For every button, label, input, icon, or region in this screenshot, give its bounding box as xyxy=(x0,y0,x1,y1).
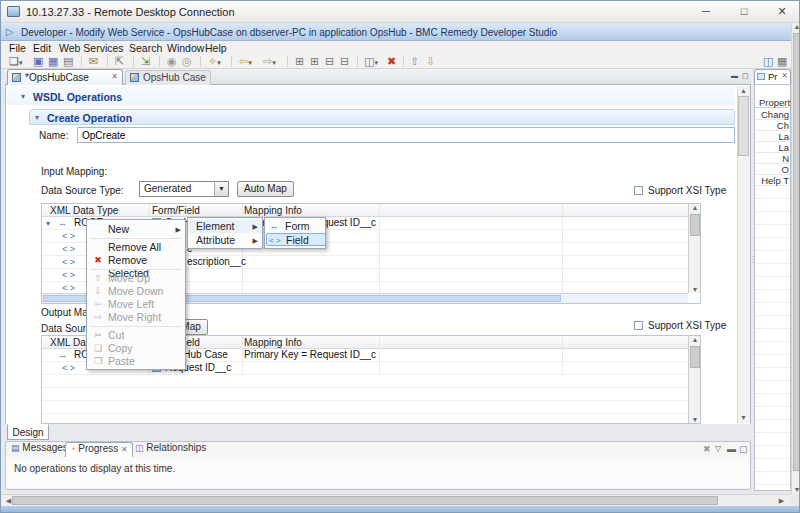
wsdl-twistie-icon[interactable]: ▾ xyxy=(21,92,25,101)
design-view-tab[interactable]: Design xyxy=(7,424,49,440)
scroll-down-icon[interactable]: ▼ xyxy=(689,416,701,423)
save-all-icon[interactable]: ▦ xyxy=(48,55,58,67)
property-row[interactable]: Ch xyxy=(755,120,789,131)
close-button[interactable]: ✕ xyxy=(763,1,800,22)
close-tab-icon[interactable]: ✕ xyxy=(781,71,788,80)
table-vertical-scrollbar[interactable]: ▲ ▼ xyxy=(688,204,700,293)
col-mapping-info[interactable]: Mapping Info xyxy=(244,337,302,348)
maximize-button[interactable]: □ xyxy=(725,1,763,22)
scroll-up-icon[interactable]: ▲ xyxy=(689,336,701,343)
tab-opshub-case[interactable]: OpsHub Case xyxy=(125,70,211,85)
menu-edit[interactable]: Edit xyxy=(33,42,51,54)
scroll-thumb[interactable] xyxy=(793,33,800,471)
table-vertical-scrollbar[interactable]: ▲ ▼ xyxy=(688,336,700,423)
tab-messages[interactable]: ▤ Messages xyxy=(11,442,68,457)
field-icon: < > xyxy=(62,363,75,373)
menu-item-element[interactable]: Element▶ xyxy=(188,220,262,233)
col-mapping-info[interactable]: Mapping Info xyxy=(244,205,302,216)
output-xsi-checkbox[interactable] xyxy=(634,321,643,330)
scroll-down-icon[interactable]: ▼ xyxy=(689,286,701,293)
web-service-icon[interactable]: ◫▾ xyxy=(364,55,378,69)
expand-all-icon[interactable]: ⊞ xyxy=(295,55,304,67)
expand-icon[interactable]: ⊞ xyxy=(310,55,319,67)
tab-properties[interactable]: Pr ✕ xyxy=(754,69,791,84)
maximize-pane-icon[interactable]: ▢ xyxy=(742,72,749,80)
property-row[interactable]: Help T xyxy=(755,175,789,186)
property-row[interactable]: Chang xyxy=(755,109,789,120)
chevron-down-icon[interactable]: ▼ xyxy=(214,182,228,196)
create-operation-bar[interactable] xyxy=(29,109,735,125)
move-up-toolbar-icon[interactable]: ⇧ xyxy=(410,55,419,67)
input-ds-combo[interactable]: Generated ▼ xyxy=(139,181,229,197)
scroll-down-icon[interactable]: ▼ xyxy=(737,414,750,421)
export-icon[interactable]: ⇱ xyxy=(115,55,124,67)
debug-icon[interactable]: ✧▾ xyxy=(208,55,221,69)
menu-item-field[interactable]: < > Field xyxy=(266,233,326,246)
menu-item-form[interactable]: ↔ Form xyxy=(265,220,325,233)
scroll-thumb[interactable] xyxy=(690,346,700,368)
tab-relationships[interactable]: ◫ Relationships xyxy=(135,442,206,457)
perspective-icon[interactable]: ▦ xyxy=(777,55,787,67)
menu-item-attribute[interactable]: Attribute▶ xyxy=(188,234,262,247)
property-row[interactable]: La xyxy=(755,142,789,153)
menu-item-move-left[interactable]: ⇦ Move Left xyxy=(87,298,185,311)
scroll-thumb[interactable] xyxy=(690,214,700,236)
menu-item-move-down[interactable]: ⇩ Move Down xyxy=(87,285,185,298)
input-xsi-checkbox[interactable] xyxy=(634,186,643,195)
clear-completed-icon[interactable]: ✖ xyxy=(703,444,711,454)
menu-item-paste[interactable]: ❒ Paste xyxy=(87,355,185,368)
scroll-up-icon[interactable]: ▲ xyxy=(737,87,750,94)
delete-icon[interactable]: ✖ xyxy=(387,55,396,67)
save-icon[interactable]: ▣ xyxy=(33,55,43,67)
minimize-button[interactable]: ─ xyxy=(687,1,725,22)
property-row[interactable]: N xyxy=(755,153,789,164)
view-menu-icon[interactable]: ▽ xyxy=(715,444,721,453)
rdp-vertical-scrollbar[interactable]: ▲ ▼ xyxy=(791,23,800,494)
input-auto-map-button[interactable]: Auto Map xyxy=(237,181,294,197)
unlock-icon[interactable]: ◎ xyxy=(182,55,192,67)
mail-icon[interactable]: ✉ xyxy=(89,55,98,67)
menu-item-new[interactable]: New▶ xyxy=(87,223,185,236)
tab-opshubcase-editor[interactable]: *OpsHubCase ✕ xyxy=(7,69,123,85)
back-icon[interactable]: ⇦▾ xyxy=(239,55,252,69)
col-xml-data-type[interactable]: XML Data Type xyxy=(50,205,118,216)
menu-item-remove-selected[interactable]: ✖ Remove Selected xyxy=(87,254,185,267)
move-down-toolbar-icon[interactable]: ⇩ xyxy=(426,55,435,67)
tab-progress[interactable]: ◔ Progress ✕ xyxy=(65,442,133,457)
col-form-field[interactable]: Form/Field xyxy=(152,205,200,216)
menu-help[interactable]: Help xyxy=(205,42,227,54)
rdp-horizontal-scrollbar[interactable]: ◀ ▶ xyxy=(1,494,791,506)
menu-window[interactable]: Window xyxy=(167,42,204,54)
menu-search[interactable]: Search xyxy=(129,42,162,54)
import-icon[interactable]: ⇲ xyxy=(141,55,150,67)
scroll-up-icon[interactable]: ▲ xyxy=(689,204,701,211)
sash-grip[interactable]: ⋮ xyxy=(749,257,752,271)
maximize-view-icon[interactable]: ▢ xyxy=(739,444,748,454)
lock-icon[interactable]: ◉ xyxy=(167,55,177,67)
property-row[interactable]: O xyxy=(755,164,789,175)
forward-icon[interactable]: ⇨▾ xyxy=(263,55,276,69)
close-tab-icon[interactable]: ✕ xyxy=(111,72,118,81)
menu-item-cut[interactable]: ✂ Cut xyxy=(87,329,185,342)
editor-scroll-thumb[interactable] xyxy=(738,96,749,156)
property-row[interactable]: La xyxy=(755,131,789,142)
collapse-all-icon[interactable]: ⊟ xyxy=(340,55,349,67)
expand-icon[interactable]: ▾ xyxy=(46,219,50,228)
minimize-pane-icon[interactable]: ▬ xyxy=(731,72,738,79)
open-perspective-icon[interactable]: ◫ xyxy=(763,55,773,67)
menu-item-copy[interactable]: ❏ Copy xyxy=(87,342,185,355)
scroll-thumb[interactable] xyxy=(12,496,718,505)
menu-item-move-right[interactable]: ⇨ Move Right xyxy=(87,311,185,324)
menu-web-services[interactable]: Web Services xyxy=(59,42,124,54)
new-wizard-icon[interactable]: ❏▾ xyxy=(9,55,22,69)
close-tab-icon[interactable]: ✕ xyxy=(121,445,128,454)
menu-item-remove-all[interactable]: Remove All xyxy=(87,241,185,254)
menu-item-move-up[interactable]: ⇧ Move Up xyxy=(87,272,185,285)
collapse-icon[interactable]: ⊟ xyxy=(325,55,334,67)
minimize-view-icon[interactable]: ▬ xyxy=(727,444,736,454)
create-twistie-icon[interactable]: ▾ xyxy=(35,113,39,122)
name-input[interactable] xyxy=(77,127,735,143)
menu-file[interactable]: File xyxy=(9,42,26,54)
print-icon[interactable]: ▤ xyxy=(63,55,73,67)
property-column-header[interactable]: Property xyxy=(755,97,789,108)
